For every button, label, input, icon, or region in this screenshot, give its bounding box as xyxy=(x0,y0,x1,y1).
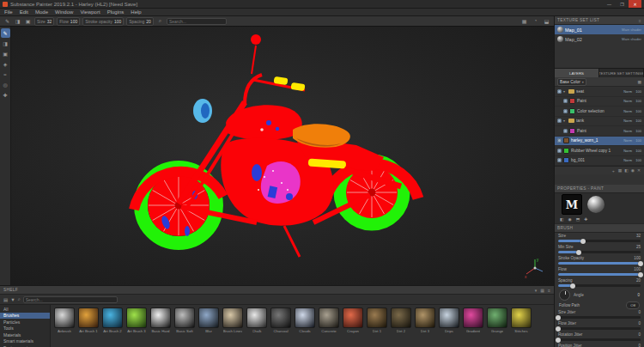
slider-knob[interactable] xyxy=(638,272,643,277)
tool-strip-item[interactable]: ✎ xyxy=(1,28,10,38)
layer-opacity[interactable]: 100 xyxy=(634,158,641,162)
layer-row[interactable]: ▾ bg_001 Norm 100 xyxy=(555,156,644,167)
texture-set-row[interactable]: Map_01 Main shader xyxy=(555,25,644,34)
toolbar-widget[interactable]: Stroke opacity 100 xyxy=(82,17,124,26)
menu-item[interactable]: Plugins xyxy=(107,9,125,15)
paint-tool-dropdown-icon[interactable]: ✎ xyxy=(3,18,11,24)
toolbar-widget[interactable]: Flow 100 xyxy=(57,17,80,26)
shelf-header-icon[interactable]: ▾ xyxy=(535,288,538,293)
tool-strip-item[interactable]: ◎ xyxy=(1,80,10,89)
layer-opacity[interactable]: 100 xyxy=(634,138,641,143)
slider-row[interactable]: Size 32 xyxy=(555,233,644,244)
slider-row[interactable]: Flow Jitter 0 xyxy=(555,320,644,332)
menu-item[interactable]: Window xyxy=(55,9,73,15)
shelf-item[interactable]: Blur xyxy=(197,307,220,333)
layer-blend-mode[interactable]: Norm xyxy=(623,149,632,153)
slider-knob[interactable] xyxy=(576,250,581,255)
slider-knob[interactable] xyxy=(556,315,561,320)
slider-knob[interactable] xyxy=(570,283,575,289)
layer-opacity[interactable]: 100 xyxy=(634,149,641,153)
menu-item[interactable]: Help xyxy=(131,9,141,15)
visibility-eye-icon[interactable] xyxy=(557,158,562,162)
shelf-item[interactable]: Crayon xyxy=(342,307,364,333)
angle-dial[interactable] xyxy=(559,289,570,301)
layer-opacity[interactable]: 100 xyxy=(634,119,641,123)
shelf-item[interactable]: Drips xyxy=(438,307,460,333)
layer-blend-mode[interactable]: Norm xyxy=(623,119,632,123)
eraser-tool-icon[interactable]: ◨ xyxy=(14,18,21,24)
slider-track[interactable] xyxy=(558,284,641,287)
slider-row[interactable]: Rotation Jitter 0 xyxy=(555,332,644,343)
channel-dropdown[interactable]: Base Color ▾ xyxy=(557,78,586,86)
layer-row[interactable]: ▾ tank Norm 100 xyxy=(555,117,644,127)
maximize-button[interactable]: ❐ xyxy=(616,0,629,8)
shelf-item[interactable]: Grunge xyxy=(486,307,508,333)
slider-row[interactable]: Flow 100 xyxy=(555,266,644,277)
projection-tool-icon[interactable]: ▣ xyxy=(24,18,32,24)
menu-item[interactable]: Edit xyxy=(20,9,28,15)
layer-row[interactable]: ▾ harley_worn_1 Norm 100 xyxy=(555,137,644,147)
layer-view-icons[interactable]: ▦ xyxy=(637,80,641,84)
toolbar-search-input[interactable] xyxy=(167,18,227,25)
shelf-item[interactable]: Charcoal xyxy=(270,307,292,333)
visibility-eye-icon[interactable] xyxy=(557,119,562,123)
shelf-item[interactable]: Art Brush 3 xyxy=(125,307,148,333)
layers-tab[interactable]: LAYERS xyxy=(555,69,599,77)
tool-strip-item[interactable]: ✚ xyxy=(1,90,10,100)
layer-blend-mode[interactable]: Norm xyxy=(623,158,632,162)
visibility-eye-icon[interactable] xyxy=(557,89,562,94)
menu-item[interactable]: Viewport xyxy=(80,9,100,15)
navigation-gizmo[interactable]: y x xyxy=(524,257,546,279)
layer-opacity[interactable]: 100 xyxy=(634,129,641,133)
slider-row[interactable]: Min Size 25 xyxy=(555,244,644,255)
layer-opacity[interactable]: 100 xyxy=(634,89,641,94)
minimize-button[interactable]: — xyxy=(603,0,616,8)
menu-item[interactable]: File xyxy=(4,9,13,15)
shelf-category[interactable]: Materials xyxy=(0,332,50,338)
motorcycle-model[interactable] xyxy=(11,27,554,285)
shelf-item[interactable]: Chalk xyxy=(246,307,268,333)
shelf-item[interactable]: Dirt 3 xyxy=(414,307,436,333)
layer-action-icon[interactable]: ✕ xyxy=(637,168,641,173)
panel-menu-icon[interactable]: ≡ xyxy=(639,18,641,23)
shelf-item[interactable]: Stitches xyxy=(510,307,532,333)
layer-blend-mode[interactable]: Norm xyxy=(623,138,632,143)
layer-action-icon[interactable]: ▦ xyxy=(618,168,623,173)
layer-blend-mode[interactable]: Norm xyxy=(623,129,632,133)
visibility-eye-icon[interactable] xyxy=(563,109,568,113)
layer-action-icon[interactable]: ＋ xyxy=(611,168,616,174)
tool-strip-item[interactable]: ◨ xyxy=(1,39,10,48)
visibility-eye-icon[interactable] xyxy=(563,129,568,133)
toolbar-widget[interactable]: Size 32 xyxy=(34,17,54,26)
expand-arrow-icon[interactable]: ▾ xyxy=(563,89,567,94)
layer-action-icon[interactable]: ◉ xyxy=(631,168,635,173)
toolbar-widget[interactable]: Spacing 20 xyxy=(126,17,154,26)
layer-row[interactable]: ▾ Color selection Norm 100 xyxy=(555,107,644,117)
visibility-eye-icon[interactable] xyxy=(557,149,562,153)
viewport-3d[interactable]: y x xyxy=(11,27,554,285)
slider-row[interactable]: Spacing 20 xyxy=(555,277,644,289)
slider-knob[interactable] xyxy=(580,239,586,244)
layer-row[interactable]: ▾ Paint Norm 100 xyxy=(555,97,644,107)
slider-knob[interactable] xyxy=(556,326,561,332)
layer-blend-mode[interactable]: Norm xyxy=(623,89,632,94)
slider-track[interactable] xyxy=(558,262,641,265)
camera-icon[interactable]: ◔ xyxy=(532,18,539,24)
slider-track[interactable] xyxy=(558,273,641,276)
tool-strip-item[interactable]: ▣ xyxy=(1,49,10,58)
layer-row[interactable]: ▾ Rubber Wheel copy 1 Norm 100 xyxy=(555,146,644,156)
fullscreen-icon[interactable]: ⬓ xyxy=(543,18,550,24)
close-button[interactable]: ✕ xyxy=(629,0,641,8)
brush-alpha-preview[interactable]: M xyxy=(562,194,582,215)
slider-knob[interactable] xyxy=(556,338,561,343)
layer-row[interactable]: ▾ seat Norm 100 xyxy=(555,87,644,97)
visibility-eye-icon[interactable] xyxy=(557,138,562,143)
shelf-item[interactable]: Basic Soft xyxy=(173,307,196,333)
layers-tab[interactable]: TEXTURE SET SETTINGS xyxy=(599,69,644,77)
tool-strip-item[interactable]: ◈ xyxy=(1,59,10,69)
shelf-category[interactable]: Smart materials xyxy=(0,338,50,345)
slider-track[interactable] xyxy=(558,316,641,319)
display-settings-icon[interactable]: ▦ xyxy=(520,18,528,24)
layer-row[interactable]: ▾ Paint Norm 100 xyxy=(555,126,644,137)
visibility-eye-icon[interactable] xyxy=(563,99,568,103)
